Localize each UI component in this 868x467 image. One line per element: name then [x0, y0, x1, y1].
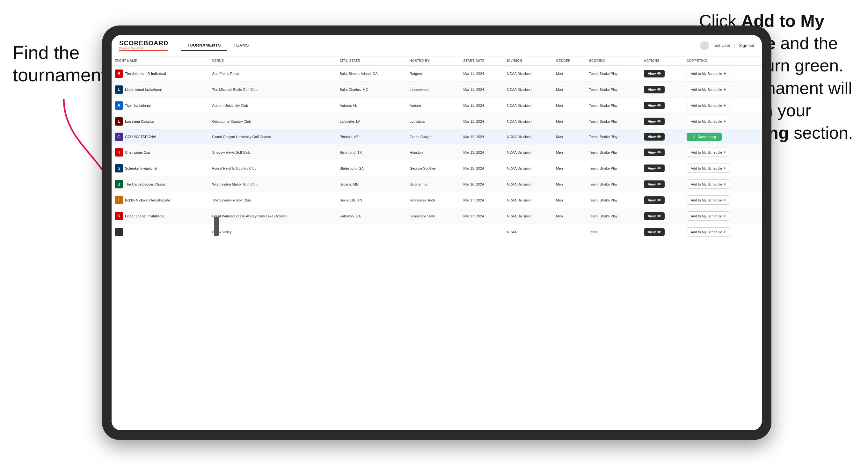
event-name-cell: L Lindenwood Invitational — [112, 82, 209, 97]
date-text: Mar 11, 2024 — [463, 72, 484, 75]
plus-icon: + — [723, 119, 726, 124]
city-state-cell: Lafayette, LA — [337, 114, 406, 129]
scoring-text: Team, Stroke Play — [589, 72, 617, 75]
venue-cell: Brook Valley — [209, 224, 337, 240]
team-logo: A — [115, 101, 123, 110]
col-start-date: START DATE — [460, 56, 504, 65]
col-gender: GENDER — [553, 56, 586, 65]
plus-icon: + — [723, 71, 726, 76]
gender-text: Men — [556, 214, 563, 218]
gender-cell: Men — [553, 160, 586, 176]
view-button[interactable]: View 👁 — [644, 102, 664, 110]
hosted-text: Houston — [410, 151, 423, 154]
view-button[interactable]: View 👁 — [644, 149, 664, 156]
add-to-schedule-button[interactable]: Add to My Schedule + — [687, 117, 730, 126]
add-to-schedule-button[interactable]: Add to My Schedule + — [687, 101, 730, 110]
view-button[interactable]: View 👁 — [644, 164, 664, 172]
event-name-text: Lindenwood Invitational — [125, 88, 162, 92]
sidebar-toggle[interactable] — [214, 217, 219, 236]
view-button[interactable]: View 👁 — [644, 180, 664, 188]
city-text: Statesboro, GA — [340, 166, 364, 170]
competing-cell: Add to My Schedule + — [683, 145, 762, 160]
add-to-schedule-button[interactable]: Add to My Schedule + — [687, 227, 730, 237]
competing-button[interactable]: ✓ Competing — [687, 133, 722, 141]
table-row: R The Johnnie - O Individual Sea Palms R… — [112, 65, 762, 82]
date-text: Mar 11, 2024 — [463, 103, 484, 107]
division-cell: NCAA Division I — [504, 145, 553, 160]
hosted-by-cell: Auburn — [406, 97, 460, 114]
add-to-schedule-button[interactable]: Add to My Schedule + — [687, 163, 730, 173]
view-button[interactable]: View 👁 — [644, 228, 664, 236]
table-container[interactable]: EVENT NAME VENUE CITY, STATE HOSTED BY S… — [112, 56, 762, 430]
event-name-text: Bobby Nichols Intercollegiate — [125, 198, 170, 202]
gender-cell: Men — [553, 176, 586, 192]
view-label: View — [648, 182, 656, 186]
tab-teams[interactable]: TEAMS — [228, 40, 255, 51]
city-state-cell: Auburn, AL — [337, 97, 406, 114]
view-button[interactable]: View 👁 — [644, 118, 664, 125]
sign-out-link[interactable]: Sign out — [739, 43, 754, 48]
team-logo: R — [115, 69, 123, 78]
scoring-cell: Team, Stroke Play — [586, 192, 641, 208]
pipe-divider: | — [734, 43, 735, 48]
eye-icon: 👁 — [657, 88, 661, 92]
tournaments-table: EVENT NAME VENUE CITY, STATE HOSTED BY S… — [112, 56, 762, 240]
plus-icon: + — [723, 166, 726, 170]
logo-area: SCOREBOARD Powered by clippd — [119, 39, 168, 51]
add-to-schedule-button[interactable]: Add to My Schedule + — [687, 211, 730, 221]
eye-icon: 👁 — [657, 166, 661, 170]
event-name-text: Louisiana Classics — [125, 120, 154, 123]
venue-text: Auburn University Club — [212, 103, 248, 107]
view-button[interactable]: View 👁 — [644, 196, 664, 204]
view-button[interactable]: View 👁 — [644, 70, 664, 77]
division-cell: NCAA Division I — [504, 82, 553, 97]
actions-cell: View 👁 — [641, 176, 683, 192]
add-to-schedule-button[interactable]: Add to My Schedule + — [687, 180, 730, 189]
view-label: View — [648, 230, 656, 234]
add-to-schedule-button[interactable]: Add to My Schedule + — [687, 148, 730, 157]
venue-text: Grand Canyon University Golf Course — [212, 135, 271, 139]
team-logo: L — [115, 117, 123, 126]
start-date-cell — [460, 224, 504, 240]
add-to-schedule-button[interactable]: Add to My Schedule + — [687, 85, 730, 94]
venue-cell: Grand Canyon University Golf Course — [209, 129, 337, 145]
team-logo: K — [115, 212, 123, 220]
scoring-text: Team, Stroke Play — [589, 214, 617, 218]
scoring-text: Team, — [589, 230, 599, 234]
scoring-cell: Team, Stroke Play — [586, 114, 641, 129]
gender-cell: Men — [553, 192, 586, 208]
tab-tournaments[interactable]: TOURNAMENTS — [181, 40, 226, 51]
app-content: SCOREBOARD Powered by clippd TOURNAMENTS… — [112, 35, 762, 430]
logo-scoreboard: SCOREBOARD — [119, 39, 168, 47]
competing-label: Competing — [698, 135, 716, 139]
division-cell: NCAA Division I — [504, 97, 553, 114]
venue-cell: The Missouri Bluffs Golf Club — [209, 82, 337, 97]
hosted-by-cell: Binghamton — [406, 176, 460, 192]
division-text: NCAA — [507, 230, 517, 234]
date-text: Mar 12, 2024 — [463, 135, 484, 139]
hosted-by-cell: Lindenwood — [406, 82, 460, 97]
nav-tabs: TOURNAMENTS TEAMS — [181, 40, 690, 51]
annotation-left: Find the tournament. — [13, 41, 115, 86]
add-to-schedule-button[interactable]: Add to My Schedule + — [687, 69, 730, 78]
competing-cell: Add to My Schedule + — [683, 208, 762, 224]
add-label: Add to My Schedule — [691, 72, 722, 75]
plus-icon: + — [723, 229, 726, 234]
division-text: NCAA Division I — [507, 120, 532, 123]
view-button[interactable]: View 👁 — [644, 86, 664, 93]
view-button[interactable]: View 👁 — [644, 133, 664, 141]
add-to-schedule-button[interactable]: Add to My Schedule + — [687, 195, 730, 205]
view-button[interactable]: View 👁 — [644, 212, 664, 220]
venue-cell: Oakbourne Country Club — [209, 114, 337, 129]
gender-text: Men — [556, 151, 563, 154]
tablet-screen: SCOREBOARD Powered by clippd TOURNAMENTS… — [112, 35, 762, 430]
competing-cell: Add to My Schedule + — [683, 176, 762, 192]
event-name-cell: S Schenkel Invitational — [112, 160, 209, 176]
col-venue: VENUE — [209, 56, 337, 65]
date-text: Mar 11, 2024 — [463, 120, 484, 123]
division-cell: NCAA Division I — [504, 192, 553, 208]
division-cell: NCAA Division I — [504, 208, 553, 224]
eye-icon: 👁 — [657, 230, 661, 234]
gender-cell: Men — [553, 65, 586, 82]
view-label: View — [648, 135, 656, 139]
